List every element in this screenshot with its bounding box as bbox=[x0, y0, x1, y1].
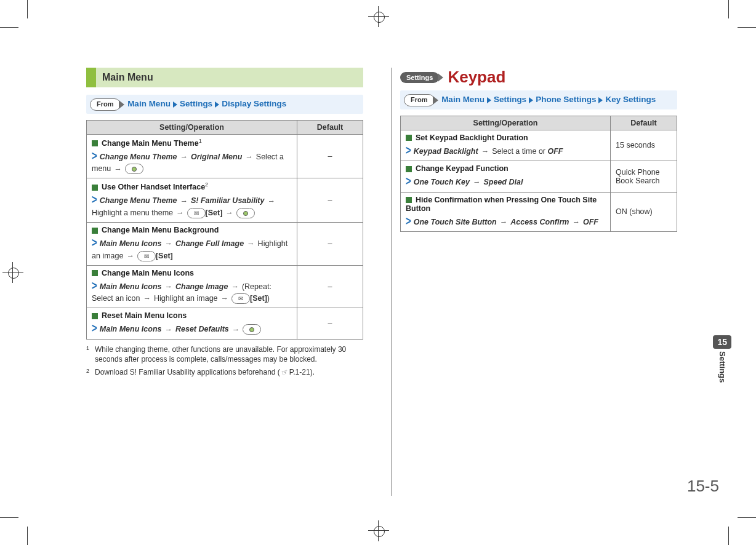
regmark-left bbox=[6, 266, 20, 279]
pointing-hand-icon: ☞ bbox=[279, 367, 289, 379]
path-segment: Change Menu Theme bbox=[100, 196, 177, 205]
chevron-icon: > bbox=[92, 320, 97, 338]
regmark-bottom bbox=[372, 524, 385, 538]
cropmark bbox=[27, 527, 28, 545]
section-header-main-menu: Main Menu bbox=[86, 68, 363, 87]
chevron-icon: > bbox=[406, 212, 411, 230]
breadcrumb-items: Main MenuSettingsPhone SettingsKey Setti… bbox=[441, 95, 656, 104]
path-segment: Main Menu Icons bbox=[100, 282, 162, 291]
default-cell: – bbox=[297, 223, 363, 266]
cropmark bbox=[728, 0, 729, 18]
path-segment: ) bbox=[267, 294, 270, 303]
path-segment: [Set] bbox=[206, 209, 223, 217]
section-title: Main Menu bbox=[96, 68, 153, 87]
arrow-icon bbox=[500, 217, 508, 228]
breadcrumb-right: From Main MenuSettingsPhone SettingsKey … bbox=[400, 90, 677, 109]
arrow-icon bbox=[164, 281, 172, 293]
from-pill: From bbox=[404, 94, 435, 106]
arrow-icon bbox=[114, 164, 122, 175]
breadcrumb-arrow-icon bbox=[598, 97, 603, 103]
footnote-num: 1 bbox=[86, 344, 91, 365]
path-segment: [Set] bbox=[250, 294, 267, 303]
arrow-icon bbox=[225, 207, 233, 219]
table-row: Hide Confirmation when Pressing One Touc… bbox=[401, 192, 677, 232]
footnotes: 1While changing theme, other functions a… bbox=[86, 344, 363, 378]
page-number: 15-5 bbox=[687, 477, 719, 496]
default-cell: – bbox=[297, 178, 363, 223]
table-row: Change Keypad Function>One Touch KeySpee… bbox=[401, 161, 677, 193]
path-segment: Highlight an image bbox=[154, 294, 218, 303]
mail-key-icon bbox=[187, 208, 206, 218]
row-title: Hide Confirmation when Pressing One Touc… bbox=[406, 196, 597, 213]
setting-cell: Change Main Menu Icons>Main Menu IconsCh… bbox=[87, 265, 297, 308]
cropmark bbox=[738, 517, 756, 518]
cropmark bbox=[0, 27, 18, 28]
footnote: 2Download S! Familiar Usability applicat… bbox=[86, 367, 363, 378]
th-default: Default bbox=[611, 116, 677, 130]
header-accent-bar bbox=[86, 68, 96, 87]
cropmark bbox=[738, 27, 756, 28]
breadcrumb-crumb: Main Menu bbox=[127, 99, 171, 108]
path-segment: Select a time or bbox=[492, 147, 547, 156]
default-cell: – bbox=[297, 265, 363, 308]
arrow-icon bbox=[267, 196, 275, 207]
column-divider bbox=[391, 68, 392, 496]
cropmark bbox=[27, 0, 28, 18]
breadcrumb-arrow-icon bbox=[529, 97, 533, 103]
chevron-icon: > bbox=[92, 234, 97, 252]
arrow-icon bbox=[231, 281, 239, 293]
footnote-ref: 1 bbox=[199, 138, 202, 144]
default-cell: Quick Phone Book Search bbox=[611, 161, 677, 193]
arrow-icon bbox=[143, 293, 151, 304]
path-segment: OFF bbox=[547, 147, 563, 156]
chapter-chip: 15 bbox=[713, 335, 731, 349]
center-key-icon bbox=[236, 208, 255, 218]
right-column: Settings Keypad From Main MenuSettingsPh… bbox=[400, 68, 677, 380]
setting-cell: Hide Confirmation when Pressing One Touc… bbox=[401, 192, 611, 232]
arrow-icon bbox=[232, 324, 240, 336]
mail-key-icon bbox=[231, 293, 250, 304]
bullet-icon bbox=[406, 135, 412, 141]
table-row: Change Main Menu Icons>Main Menu IconsCh… bbox=[87, 265, 363, 308]
bullet-icon bbox=[92, 140, 98, 146]
breadcrumb-crumb: Phone Settings bbox=[536, 95, 596, 104]
setting-cell: Change Main Menu Background>Main Menu Ic… bbox=[87, 223, 297, 266]
footnote: 1While changing theme, other functions a… bbox=[86, 344, 363, 365]
arrow-icon bbox=[126, 250, 134, 262]
arrow-icon bbox=[164, 238, 172, 250]
path-segment: Change Full Image bbox=[175, 239, 244, 248]
setting-cell: Reset Main Menu Icons>Main Menu IconsRes… bbox=[87, 308, 297, 340]
bullet-icon bbox=[406, 197, 412, 203]
th-setting: Setting/Operation bbox=[401, 116, 611, 130]
row-title: Change Keypad Function bbox=[416, 164, 509, 173]
breadcrumb-crumb: Key Settings bbox=[605, 95, 656, 104]
setting-cell: Change Keypad Function>One Touch KeySpee… bbox=[401, 161, 611, 193]
th-setting: Setting/Operation bbox=[87, 120, 297, 134]
breadcrumb-arrow-icon bbox=[487, 97, 491, 103]
breadcrumb-crumb: Main Menu bbox=[441, 95, 485, 104]
breadcrumb-left: From Main MenuSettingsDisplay Settings bbox=[86, 95, 363, 114]
bullet-icon bbox=[92, 228, 98, 234]
mail-key-icon bbox=[137, 251, 156, 261]
table-row: Set Keypad Backlight Duration>Keypad Bac… bbox=[401, 130, 677, 161]
row-title: Reset Main Menu Icons bbox=[102, 311, 187, 320]
breadcrumb-arrow-icon bbox=[173, 101, 177, 108]
settings-table-right: Setting/Operation Default Set Keypad Bac… bbox=[400, 116, 677, 233]
path-segment: Speed Dial bbox=[483, 178, 523, 186]
path-segment: One Touch Site Button bbox=[414, 218, 497, 226]
page-title: Keypad bbox=[448, 68, 505, 87]
row-title: Change Main Menu Icons bbox=[102, 269, 194, 277]
arrow-icon bbox=[572, 217, 580, 228]
side-tab: 15 Settings bbox=[713, 335, 731, 383]
chevron-icon: > bbox=[406, 173, 411, 191]
settings-pill: Settings bbox=[400, 72, 439, 83]
breadcrumb-arrow-icon bbox=[215, 101, 219, 108]
arrow-icon bbox=[481, 146, 489, 157]
default-cell: – bbox=[297, 134, 363, 178]
path-segment: Change Image bbox=[175, 282, 228, 291]
path-segment: Main Menu Icons bbox=[100, 325, 162, 333]
default-cell: – bbox=[297, 308, 363, 340]
regmark-top bbox=[372, 10, 385, 23]
path-segment: Main Menu Icons bbox=[100, 239, 162, 248]
row-title: Set Keypad Backlight Duration bbox=[416, 133, 528, 142]
